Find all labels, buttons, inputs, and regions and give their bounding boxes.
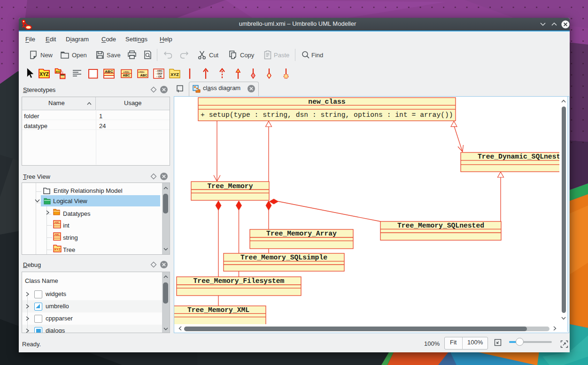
svg-text:new_class: new_class (308, 98, 345, 106)
svg-text:Tree_Memory: Tree_Memory (208, 182, 253, 190)
svg-text:XYZ: XYZ (39, 72, 48, 77)
svg-text:Tree_Memory_Array: Tree_Memory_Array (266, 230, 337, 237)
svg-text:ABC: ABC (54, 221, 60, 224)
svg-text:XYZ: XYZ (56, 70, 61, 73)
svg-text:«xy»: «xy» (138, 70, 145, 73)
svg-text:«xy»: «xy» (123, 70, 130, 73)
svg-text:XYZ: XYZ (170, 72, 179, 77)
svg-text:Tree_Memory_XML: Tree_Memory_XML (187, 306, 249, 314)
svg-text:- IJK: - IJK (156, 75, 162, 78)
svg-text:Tree_Dynamic_SQLnested: Tree_Dynamic_SQLnested (478, 153, 559, 160)
svg-text:XYZ: XYZ (54, 248, 61, 251)
svg-text:ABC: ABC (123, 74, 130, 77)
svg-text:Tree_Memory_SQLnested: Tree_Memory_SQLnested (397, 222, 484, 229)
svg-text:ABC: ABC (140, 74, 147, 77)
svg-text:Tree_Memory_SQLsimple: Tree_Memory_SQLsimple (240, 254, 327, 261)
svg-text:Tree_Memory_Filesystem: Tree_Memory_Filesystem (193, 277, 285, 285)
svg-text:+ setup(type : string, dsn : s: + setup(type : string, dsn : string, opt… (201, 111, 453, 119)
svg-text:ABC: ABC (105, 69, 113, 74)
svg-text:ABC: ABC (54, 233, 60, 236)
